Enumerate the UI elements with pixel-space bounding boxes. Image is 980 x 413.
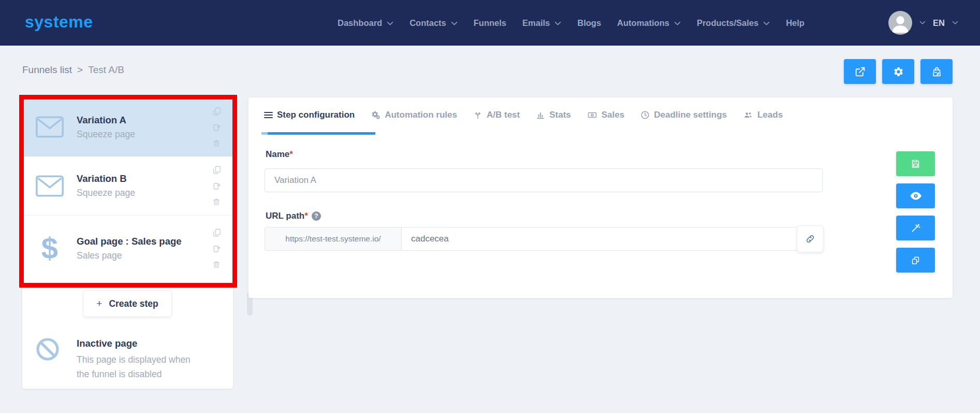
edit-page-button[interactable] [896, 216, 935, 240]
move-icon[interactable] [212, 123, 222, 132]
url-prefix: https://test-test.systeme.io/ [265, 227, 401, 251]
url-path-input-group: https://test-test.systeme.io/ [265, 227, 810, 251]
plus-icon: + [96, 298, 102, 309]
step-configuration-card: Step configuration Automation rules A/B … [248, 97, 953, 298]
chevron-down-icon [674, 21, 681, 26]
dollar-icon: $ [35, 233, 64, 263]
tab-ab-test[interactable]: A/B test [473, 110, 520, 120]
chart-icon [536, 110, 545, 120]
tab-leads[interactable]: Leads [743, 110, 783, 120]
chevron-down-icon [387, 21, 393, 26]
nav-item-dashboard[interactable]: Dashboard [338, 18, 393, 28]
funnel-header-actions [844, 59, 953, 84]
envelope-icon [35, 116, 64, 138]
people-icon [743, 110, 753, 120]
gear-icon [893, 66, 904, 77]
inactive-page-description: This page is displayed when the funnel i… [77, 352, 205, 381]
eye-icon [910, 191, 922, 201]
save-button[interactable] [896, 151, 935, 176]
funnel-sales-button[interactable] [920, 59, 953, 84]
nav-account-area: EN [888, 0, 958, 46]
move-icon[interactable] [212, 181, 222, 191]
chevron-down-icon [554, 21, 561, 26]
tab-sales[interactable]: Sales [587, 110, 624, 120]
step-title: Goal page : Sales page [77, 236, 182, 247]
clone-icon [911, 255, 920, 265]
required-asterisk: * [304, 211, 308, 221]
gears-icon [371, 110, 381, 120]
person-icon [888, 11, 912, 35]
menu-icon [264, 110, 273, 120]
top-navbar: systeme Dashboard Contacts Funnels Email… [0, 0, 980, 46]
url-path-field-label: URL path* ? [266, 211, 321, 221]
step-tabs: Step configuration Automation rules A/B … [264, 110, 783, 120]
step-title: Variation B [77, 173, 135, 184]
clock-icon [640, 110, 650, 120]
external-link-icon [855, 66, 866, 77]
link-icon [805, 234, 815, 244]
funnel-steps-panel: Variation A Squeeze page Variation B Squ… [22, 97, 233, 389]
nav-item-funnels[interactable]: Funnels [474, 18, 506, 28]
wand-icon [911, 223, 920, 233]
save-icon [911, 159, 920, 169]
systeme-logo[interactable]: systeme [25, 12, 93, 32]
copy-link-button[interactable] [797, 225, 824, 252]
url-path-input[interactable] [401, 227, 810, 251]
name-field-label: Name* [266, 149, 293, 160]
trash-icon[interactable] [212, 197, 222, 206]
ban-icon [35, 337, 60, 362]
move-icon[interactable] [212, 244, 222, 253]
banknote-icon [587, 110, 597, 120]
step-item-variation-b[interactable]: Variation B Squeeze page [22, 156, 233, 216]
tab-stats[interactable]: Stats [536, 110, 571, 120]
chevron-down-icon [451, 21, 458, 26]
envelope-icon [35, 175, 64, 197]
nav-item-help[interactable]: Help [786, 18, 805, 28]
tab-step-configuration[interactable]: Step configuration [264, 110, 355, 120]
name-input[interactable] [265, 168, 823, 192]
breadcrumb-funnels-list[interactable]: Funnels list [22, 64, 72, 76]
trash-icon[interactable] [212, 260, 222, 269]
avatar[interactable] [888, 11, 912, 35]
open-funnel-button[interactable] [844, 59, 876, 84]
required-asterisk: * [289, 149, 293, 159]
help-icon[interactable]: ? [312, 211, 321, 221]
step-item-goal-page[interactable]: $ Goal page : Sales page Sales page [22, 216, 233, 281]
nav-item-products-sales[interactable]: Products/Sales [697, 18, 770, 28]
tab-deadline-settings[interactable]: Deadline settings [640, 110, 727, 120]
main-nav-menu: Dashboard Contacts Funnels Emails Blogs … [338, 0, 805, 46]
tab-automation-rules[interactable]: Automation rules [371, 110, 457, 120]
funnel-settings-button[interactable] [882, 59, 914, 84]
breadcrumb: Funnels list > Test A/B [22, 64, 124, 76]
duplicate-page-button[interactable] [896, 248, 935, 273]
nav-item-contacts[interactable]: Contacts [409, 18, 458, 28]
chevron-down-icon [763, 21, 770, 26]
chevron-down-icon[interactable] [919, 21, 926, 25]
step-subtitle: Sales page [77, 250, 182, 261]
step-subtitle: Squeeze page [77, 188, 135, 198]
duplicate-icon[interactable] [212, 165, 222, 175]
language-selector[interactable]: EN [933, 18, 945, 28]
create-step-button[interactable]: + Create step [83, 290, 172, 317]
duplicate-icon[interactable] [212, 228, 222, 237]
duplicate-icon[interactable] [212, 107, 222, 116]
nav-item-automations[interactable]: Automations [617, 18, 681, 28]
step-subtitle: Squeeze page [77, 129, 135, 140]
nav-item-blogs[interactable]: Blogs [577, 18, 601, 28]
sales-bag-icon [931, 66, 942, 77]
chevron-down-icon[interactable] [952, 21, 958, 25]
breadcrumb-current: Test A/B [88, 64, 124, 76]
step-title: Variation A [77, 115, 135, 126]
page-action-buttons [896, 151, 935, 273]
trash-icon[interactable] [212, 139, 222, 148]
step-item-variation-a[interactable]: Variation A Squeeze page [22, 97, 233, 156]
preview-button[interactable] [896, 183, 935, 208]
breadcrumb-separator: > [77, 64, 83, 76]
inactive-page-title: Inactive page [77, 338, 137, 349]
active-tab-underline [261, 132, 375, 135]
nav-item-emails[interactable]: Emails [522, 18, 561, 28]
split-icon [473, 110, 482, 120]
